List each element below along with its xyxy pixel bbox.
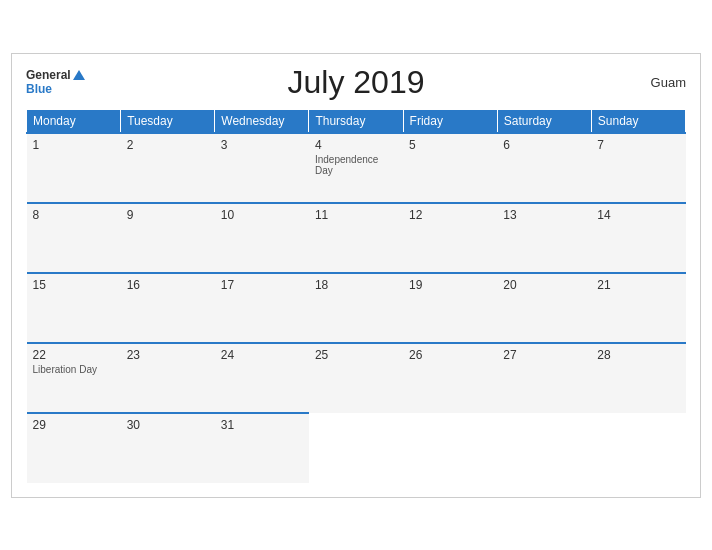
day-number: 6 [503,138,585,152]
calendar-cell: 24 [215,343,309,413]
calendar-cell [309,413,403,483]
calendar-cell: 13 [497,203,591,273]
calendar-cell: 20 [497,273,591,343]
day-number: 8 [33,208,115,222]
week-row-3: 15161718192021 [27,273,686,343]
day-number: 21 [597,278,679,292]
day-number: 23 [127,348,209,362]
day-number: 31 [221,418,303,432]
week-row-1: 1234Independence Day567 [27,133,686,203]
day-number: 4 [315,138,397,152]
weekday-header-saturday: Saturday [497,109,591,133]
calendar-cell: 15 [27,273,121,343]
calendar-grid: MondayTuesdayWednesdayThursdayFridaySatu… [26,109,686,483]
calendar-cell [497,413,591,483]
calendar-cell: 17 [215,273,309,343]
day-number: 20 [503,278,585,292]
day-number: 12 [409,208,491,222]
day-number: 11 [315,208,397,222]
calendar-container: General Blue July 2019 Guam MondayTuesda… [11,53,701,498]
weekday-header-thursday: Thursday [309,109,403,133]
weekday-header-tuesday: Tuesday [121,109,215,133]
logo-triangle-icon [73,70,85,80]
weekday-header-sunday: Sunday [591,109,685,133]
calendar-cell: 8 [27,203,121,273]
weekday-header-row: MondayTuesdayWednesdayThursdayFridaySatu… [27,109,686,133]
calendar-cell [403,413,497,483]
week-row-5: 293031 [27,413,686,483]
day-number: 13 [503,208,585,222]
calendar-cell: 7 [591,133,685,203]
calendar-cell: 2 [121,133,215,203]
day-number: 29 [33,418,115,432]
region-label: Guam [651,75,686,90]
day-number: 10 [221,208,303,222]
day-number: 30 [127,418,209,432]
calendar-title: July 2019 [288,64,425,101]
weekday-header-monday: Monday [27,109,121,133]
day-number: 1 [33,138,115,152]
calendar-cell: 3 [215,133,309,203]
day-number: 18 [315,278,397,292]
day-number: 24 [221,348,303,362]
calendar-cell: 1 [27,133,121,203]
calendar-cell [591,413,685,483]
weekday-header-wednesday: Wednesday [215,109,309,133]
calendar-header: General Blue July 2019 Guam [26,64,686,101]
day-number: 5 [409,138,491,152]
day-number: 9 [127,208,209,222]
calendar-cell: 6 [497,133,591,203]
calendar-cell: 31 [215,413,309,483]
calendar-cell: 10 [215,203,309,273]
day-number: 16 [127,278,209,292]
calendar-cell: 11 [309,203,403,273]
day-number: 19 [409,278,491,292]
calendar-cell: 5 [403,133,497,203]
day-number: 25 [315,348,397,362]
logo: General Blue [26,68,85,97]
calendar-cell: 22Liberation Day [27,343,121,413]
week-row-4: 22Liberation Day232425262728 [27,343,686,413]
calendar-cell: 18 [309,273,403,343]
event-label: Independence Day [315,154,397,176]
day-number: 7 [597,138,679,152]
day-number: 3 [221,138,303,152]
logo-blue-text: Blue [26,82,52,96]
day-number: 22 [33,348,115,362]
day-number: 27 [503,348,585,362]
calendar-cell: 9 [121,203,215,273]
logo-general-text: General [26,68,71,82]
week-row-2: 891011121314 [27,203,686,273]
event-label: Liberation Day [33,364,115,375]
day-number: 14 [597,208,679,222]
day-number: 26 [409,348,491,362]
day-number: 15 [33,278,115,292]
calendar-cell: 23 [121,343,215,413]
calendar-cell: 14 [591,203,685,273]
day-number: 17 [221,278,303,292]
weekday-header-friday: Friday [403,109,497,133]
day-number: 28 [597,348,679,362]
calendar-cell: 19 [403,273,497,343]
calendar-cell: 21 [591,273,685,343]
calendar-cell: 16 [121,273,215,343]
calendar-cell: 29 [27,413,121,483]
calendar-cell: 12 [403,203,497,273]
calendar-cell: 30 [121,413,215,483]
calendar-cell: 27 [497,343,591,413]
day-number: 2 [127,138,209,152]
calendar-cell: 4Independence Day [309,133,403,203]
calendar-cell: 28 [591,343,685,413]
calendar-cell: 25 [309,343,403,413]
calendar-cell: 26 [403,343,497,413]
